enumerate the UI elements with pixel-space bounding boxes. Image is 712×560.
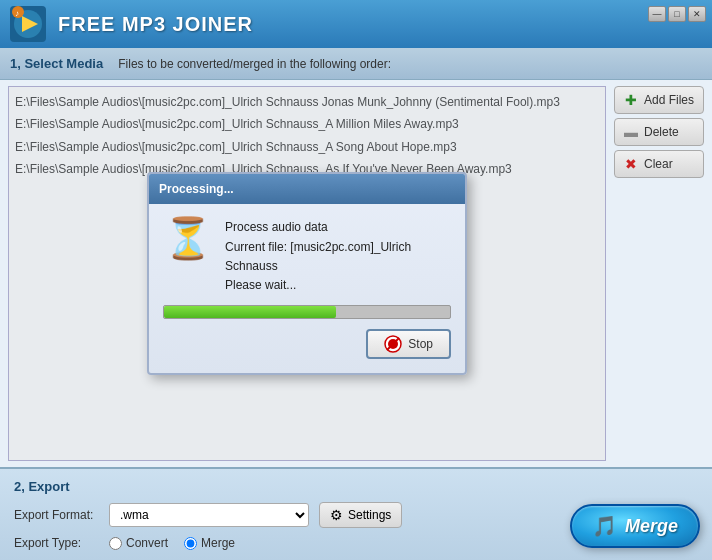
dialog-line1: Process audio data bbox=[225, 218, 451, 237]
file-area-wrapper: E:\Files\Sample Audios\[music2pc.com]_Ul… bbox=[0, 80, 712, 467]
main-content: 1, Select Media Files to be converted/me… bbox=[0, 48, 712, 560]
title-bar: ♪ FREE MP3 JOINER — □ ✕ bbox=[0, 0, 712, 48]
delete-label: Delete bbox=[644, 125, 679, 139]
file-list: E:\Files\Sample Audios\[music2pc.com]_Ul… bbox=[8, 86, 606, 461]
delete-icon: ▬ bbox=[623, 124, 639, 140]
clear-label: Clear bbox=[644, 157, 673, 171]
dialog-line2: Current file: [music2pc.com]_Ulrich Schn… bbox=[225, 238, 451, 276]
dialog-content: ⏳ Process audio data Current file: [musi… bbox=[163, 218, 451, 295]
svg-text:♪: ♪ bbox=[15, 9, 19, 18]
convert-option[interactable]: Convert bbox=[109, 536, 168, 550]
format-label: Export Format: bbox=[14, 508, 99, 522]
merge-button-label: Merge bbox=[625, 516, 678, 537]
merge-option[interactable]: Merge bbox=[184, 536, 235, 550]
window-controls: — □ ✕ bbox=[648, 6, 706, 22]
clear-button[interactable]: ✖ Clear bbox=[614, 150, 704, 178]
section1-description: Files to be converted/merged in the foll… bbox=[118, 57, 391, 71]
maximize-button[interactable]: □ bbox=[668, 6, 686, 22]
buttons-panel: ✚ Add Files ▬ Delete ✖ Clear bbox=[614, 86, 704, 461]
convert-label: Convert bbox=[126, 536, 168, 550]
close-button[interactable]: ✕ bbox=[688, 6, 706, 22]
delete-button[interactable]: ▬ Delete bbox=[614, 118, 704, 146]
stop-label: Stop bbox=[408, 337, 433, 351]
add-files-button[interactable]: ✚ Add Files bbox=[614, 86, 704, 114]
type-label: Export Type: bbox=[14, 536, 99, 550]
dialog-title: Processing... bbox=[149, 174, 465, 204]
merge-btn-container: 🎵 Merge bbox=[570, 504, 700, 548]
minimize-button[interactable]: — bbox=[648, 6, 666, 22]
dialog-text: Process audio data Current file: [music2… bbox=[225, 218, 451, 295]
export-type-group: Convert Merge bbox=[109, 536, 235, 550]
clear-icon: ✖ bbox=[623, 156, 639, 172]
section1-header: 1, Select Media Files to be converted/me… bbox=[0, 48, 712, 80]
section1-label: 1, Select Media bbox=[10, 56, 103, 71]
settings-label: Settings bbox=[348, 508, 391, 522]
gear-icon: ⚙ bbox=[330, 507, 343, 523]
dialog-overlay: Processing... ⏳ Process audio data Curre… bbox=[9, 87, 605, 460]
merge-label: Merge bbox=[201, 536, 235, 550]
add-files-label: Add Files bbox=[644, 93, 694, 107]
format-select[interactable]: .wma .mp3 .ogg .flac .aac .wav bbox=[109, 503, 309, 527]
merge-radio[interactable] bbox=[184, 537, 197, 550]
export-section: 2, Export Export Format: .wma .mp3 .ogg … bbox=[0, 467, 712, 560]
stop-button[interactable]: Stop bbox=[366, 329, 451, 359]
app-title: FREE MP3 JOINER bbox=[58, 13, 253, 36]
hourglass-icon: ⏳ bbox=[163, 218, 213, 258]
progress-fill bbox=[164, 306, 336, 318]
merge-logo-icon: 🎵 bbox=[592, 514, 617, 538]
stop-icon bbox=[384, 335, 402, 353]
convert-radio[interactable] bbox=[109, 537, 122, 550]
processing-dialog: Processing... ⏳ Process audio data Curre… bbox=[147, 172, 467, 375]
settings-button[interactable]: ⚙ Settings bbox=[319, 502, 402, 528]
app-logo: ♪ bbox=[8, 4, 48, 44]
dialog-line3: Please wait... bbox=[225, 276, 451, 295]
dialog-body: ⏳ Process audio data Current file: [musi… bbox=[149, 204, 465, 373]
add-icon: ✚ bbox=[623, 92, 639, 108]
progress-bar bbox=[163, 305, 451, 319]
stop-row: Stop bbox=[163, 329, 451, 359]
merge-button[interactable]: 🎵 Merge bbox=[570, 504, 700, 548]
export-header: 2, Export bbox=[14, 479, 698, 494]
